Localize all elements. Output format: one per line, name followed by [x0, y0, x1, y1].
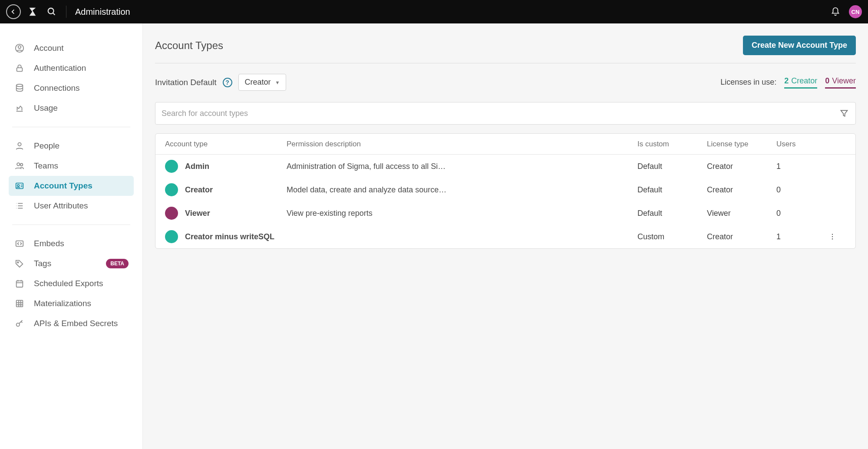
col-license-type: License type: [707, 140, 776, 149]
svg-point-33: [17, 323, 20, 326]
svg-point-5: [17, 84, 23, 87]
cell-account-type: Creator minus writeSQL: [165, 230, 287, 243]
sidebar-item-label: Account Types: [34, 181, 129, 191]
color-dot: [165, 230, 178, 243]
beta-badge: BETA: [106, 259, 129, 268]
sidebar-item-teams[interactable]: Teams: [9, 156, 134, 176]
invitation-default-value: Creator: [245, 78, 271, 87]
person-icon: [14, 140, 25, 152]
sidebar-item-materializations[interactable]: Materializations: [9, 294, 134, 314]
license-viewer[interactable]: 0 Viewer: [825, 76, 856, 89]
sidebar-item-label: Account: [34, 43, 129, 53]
topbar-right: CN: [828, 4, 862, 19]
cell-is-custom: Default: [637, 185, 707, 195]
svg-rect-28: [17, 300, 23, 307]
create-account-type-button[interactable]: Create New Account Type: [743, 36, 856, 55]
table-row[interactable]: AdminAdministration of Sigma, full acces…: [155, 155, 855, 178]
toolbar: Invitation Default ? Creator ▼ Licenses …: [155, 74, 856, 91]
svg-point-7: [17, 163, 20, 165]
account-type-name: Viewer: [185, 209, 210, 218]
license-creator[interactable]: 2 Creator: [784, 76, 817, 89]
color-dot: [165, 207, 178, 220]
search-icon: [47, 7, 56, 17]
color-dot: [165, 183, 178, 196]
sidebar-item-user-attributes[interactable]: User Attributes: [9, 196, 134, 216]
sidebar-item-label: People: [34, 141, 129, 151]
cell-license-type: Creator: [707, 232, 776, 241]
svg-rect-4: [17, 68, 23, 71]
bell-icon: [831, 7, 840, 17]
svg-point-0: [48, 8, 54, 14]
svg-rect-21: [17, 281, 23, 287]
arrow-left-icon: [10, 8, 17, 15]
sidebar-item-apis-embed-secrets[interactable]: APIs & Embed Secrets: [9, 314, 134, 333]
sidebar-item-embeds[interactable]: Embeds: [9, 234, 134, 254]
table-row[interactable]: Creator minus writeSQLCustomCreator1: [155, 225, 855, 248]
sidebar-item-label: Materializations: [34, 299, 129, 308]
license-creator-count: 2: [784, 76, 789, 86]
id-card-icon: [14, 180, 25, 191]
svg-point-3: [18, 46, 21, 48]
page-header: Account Types Create New Account Type: [155, 36, 856, 63]
account-type-name: Creator minus writeSQL: [185, 232, 274, 241]
filter-icon: [840, 109, 848, 118]
list-icon: [14, 200, 25, 211]
chevron-down-icon: ▼: [275, 80, 280, 85]
key-icon: [14, 318, 25, 329]
table-row[interactable]: CreatorModel data, create and analyze da…: [155, 178, 855, 201]
table-row[interactable]: ViewerView pre-existing reportsDefaultVi…: [155, 201, 855, 225]
sidebar-item-tags[interactable]: TagsBETA: [9, 254, 134, 274]
search-input-container: [155, 102, 856, 125]
avatar[interactable]: CN: [849, 5, 862, 18]
col-users: Users: [776, 140, 828, 149]
cell-users: 1: [776, 162, 828, 171]
cell-is-custom: Default: [637, 209, 707, 218]
sigma-logo-icon: [28, 7, 37, 17]
back-button[interactable]: [6, 4, 21, 19]
sidebar: AccountAuthenticationConnectionsUsage Pe…: [0, 23, 142, 449]
cell-account-type: Viewer: [165, 207, 287, 220]
sidebar-item-connections[interactable]: Connections: [9, 78, 134, 98]
notifications-button[interactable]: [828, 4, 843, 19]
people-icon: [14, 160, 25, 172]
calendar-icon: [14, 278, 25, 289]
filter-button[interactable]: [837, 106, 851, 120]
search-input[interactable]: [162, 109, 837, 118]
sidebar-item-label: Authentication: [34, 63, 129, 73]
cell-description: Model data, create and analyze data sour…: [287, 185, 637, 195]
help-icon[interactable]: ?: [223, 78, 232, 87]
code-icon: [14, 238, 25, 249]
sidebar-item-label: Usage: [34, 103, 129, 113]
sidebar-item-account[interactable]: Account: [9, 38, 134, 58]
svg-point-36: [832, 238, 833, 239]
account-type-name: Creator: [185, 185, 213, 195]
svg-point-10: [17, 185, 20, 187]
sidebar-item-label: User Attributes: [34, 201, 129, 211]
cell-users: 1: [776, 232, 828, 241]
license-viewer-count: 0: [825, 76, 829, 86]
main-content: Account Types Create New Account Type In…: [142, 23, 868, 449]
svg-point-6: [18, 143, 21, 146]
color-dot: [165, 160, 178, 173]
sidebar-item-scheduled-exports[interactable]: Scheduled Exports: [9, 274, 134, 294]
cell-users: 0: [776, 185, 828, 195]
license-viewer-label: Viewer: [832, 76, 856, 86]
col-permission-desc: Permission description: [287, 140, 637, 149]
svg-point-20: [17, 262, 19, 263]
cell-description: View pre-existing reports: [287, 209, 637, 218]
database-icon: [14, 83, 25, 94]
search-button[interactable]: [44, 4, 59, 19]
sidebar-item-usage[interactable]: Usage: [9, 98, 134, 118]
invitation-default-select[interactable]: Creator ▼: [238, 74, 287, 91]
cell-users: 0: [776, 209, 828, 218]
sidebar-item-people[interactable]: People: [9, 136, 134, 156]
cell-license-type: Creator: [707, 162, 776, 171]
svg-point-35: [832, 236, 833, 237]
sidebar-item-authentication[interactable]: Authentication: [9, 58, 134, 78]
licenses-label: Licenses in use:: [720, 78, 776, 87]
row-actions-button[interactable]: [828, 233, 846, 241]
grid-icon: [14, 298, 25, 309]
app-logo[interactable]: [25, 4, 40, 19]
sidebar-item-account-types[interactable]: Account Types: [9, 176, 134, 196]
cell-description: Administration of Sigma, full access to …: [287, 162, 637, 171]
